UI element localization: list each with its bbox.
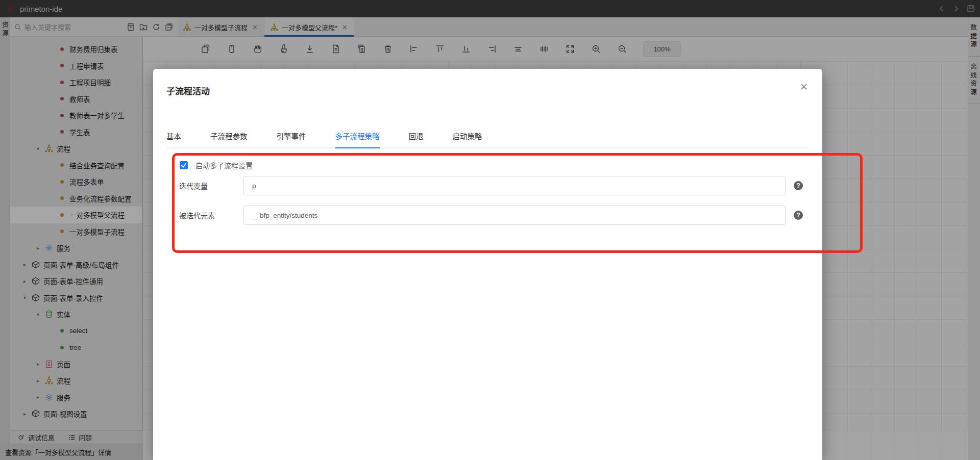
- dialog-tab-bar: 基本 子流程参数 引擎事件 多子流程策略 回退 启动策略: [166, 124, 809, 148]
- tab-engine-events[interactable]: 引擎事件: [277, 124, 306, 147]
- close-icon[interactable]: ✕: [799, 82, 809, 92]
- tab-basic[interactable]: 基本: [166, 124, 181, 147]
- dialog-title: 子流程活动: [166, 84, 210, 97]
- help-icon[interactable]: ?: [794, 211, 803, 220]
- subprocess-activity-dialog: 子流程活动 ✕ 基本 子流程参数 引擎事件 多子流程策略 回退 启动策略 启动多…: [153, 69, 822, 460]
- tab-start-strategy[interactable]: 启动策略: [453, 124, 482, 147]
- enable-multi-subprocess-checkbox[interactable]: [180, 161, 188, 169]
- checkbox-label: 启动多子流程设置: [195, 160, 253, 170]
- tab-multi-subprocess-strategy[interactable]: 多子流程策略: [335, 124, 380, 148]
- help-icon[interactable]: ?: [794, 181, 803, 190]
- iterated-element-label: 被迭代元素: [179, 210, 240, 220]
- tab-subprocess-params[interactable]: 子流程参数: [210, 124, 248, 147]
- iteration-variable-label: 迭代变量: [179, 181, 240, 191]
- tab-rollback[interactable]: 回退: [409, 124, 424, 147]
- iterated-element-input[interactable]: __bfp_entity/students: [243, 206, 786, 225]
- iteration-variable-input[interactable]: p: [243, 176, 786, 195]
- enable-multi-subprocess-row: 启动多子流程设置: [180, 160, 253, 170]
